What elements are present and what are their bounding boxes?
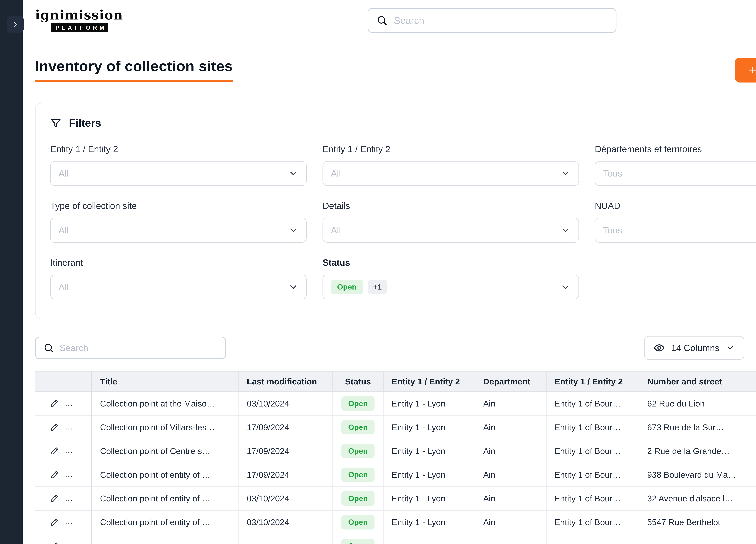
delete-row-button[interactable] [70, 396, 86, 411]
cell-entity-1: Entity 1 - Lyon [383, 392, 475, 415]
edit-row-button[interactable] [46, 443, 62, 459]
edit-row-button[interactable] [46, 514, 62, 530]
cell-last-modification: 03/10/2024 [239, 392, 332, 415]
edit-row-button[interactable] [46, 396, 62, 411]
filter-label: Entity 1 / Entity 2 [50, 144, 307, 154]
filter-label: Itinerant [50, 257, 307, 268]
cell-entity-2: Entity 1 of Bour… [546, 392, 639, 415]
cell-entity-1 [383, 534, 475, 544]
status-chip-more: +1 [368, 280, 387, 294]
trash-icon [74, 470, 83, 479]
chevron-down-icon [288, 168, 298, 179]
collection-sites-table-wrap: Title Last modification Status Entity 1 … [35, 371, 756, 544]
status-badge: Open [341, 396, 375, 411]
status-chip-open: Open [331, 280, 363, 294]
filter-field-details: Details All [323, 201, 579, 243]
filter-select-status[interactable]: Open +1 [323, 274, 579, 299]
cell-status: Open [332, 439, 383, 463]
cell-entity-2: Entity 1 of Bour… [546, 487, 639, 510]
column-header-title: Title [92, 371, 239, 392]
filter-value: All [59, 225, 283, 236]
page-title: Inventory of collection sites [35, 58, 233, 83]
add-collection-site-button[interactable]: Add a collection site [735, 58, 756, 83]
table-search-input[interactable] [60, 343, 218, 353]
cell-status: Open [332, 510, 383, 534]
logo-platform-badge: PLATFORM [51, 23, 109, 32]
filter-field-entity-2: Entity 1 / Entity 2 All [323, 144, 579, 186]
edit-row-button[interactable] [46, 490, 62, 506]
delete-row-button[interactable] [70, 467, 86, 483]
filter-label: NUAD [595, 201, 756, 211]
cell-status: Open [332, 415, 383, 439]
chevron-down-icon [560, 168, 570, 179]
filter-select-entity-2[interactable]: All [323, 161, 579, 186]
delete-row-button[interactable] [70, 443, 86, 459]
chevron-down-icon [560, 225, 570, 235]
filter-select-details[interactable]: All [323, 218, 579, 243]
delete-row-button[interactable] [70, 514, 86, 530]
collapsed-sidebar [0, 0, 23, 544]
chevron-down-icon [288, 282, 298, 292]
column-header-street: Number and street [639, 371, 756, 392]
delete-row-button[interactable] [70, 490, 86, 506]
filter-select-site-type[interactable]: All [50, 218, 307, 243]
cell-entity-1: Entity 1 - Lyon [383, 439, 475, 463]
cell-street: 673 Rue de la Sur… [639, 415, 756, 439]
logo-wordmark: ignimission [35, 8, 123, 21]
filters-heading: Filters [69, 117, 101, 129]
table-search[interactable] [35, 337, 226, 359]
filter-field-entity-1: Entity 1 / Entity 2 All [50, 144, 307, 186]
cell-last-modification: 17/09/2024 [239, 415, 332, 439]
filter-select-itinerant[interactable]: All [50, 274, 307, 299]
cell-status: Open [332, 534, 383, 544]
cell-title [92, 534, 239, 544]
table-row: Collection point at the Maiso… 03/10/202… [35, 392, 756, 415]
status-badge: Open [341, 467, 375, 482]
cell-street: 32 Avenue d'alsace l… [639, 487, 756, 510]
delete-row-button[interactable] [70, 419, 86, 435]
cell-entity-1: Entity 1 - Lyon [383, 510, 475, 534]
edit-row-button[interactable] [46, 538, 62, 544]
filter-label: Entity 1 / Entity 2 [323, 144, 579, 154]
filter-field-nuad: NUAD Tous [595, 201, 756, 243]
column-header-department: Department [475, 371, 546, 392]
table-row: Collection point of Centre s… 17/09/2024… [35, 439, 756, 463]
table-toolbar: 14 Columns [35, 336, 756, 360]
column-header-entity-1: Entity 1 / Entity 2 [383, 371, 475, 392]
status-badge: Open [341, 515, 375, 529]
trash-icon [74, 542, 83, 544]
trash-icon [74, 494, 83, 503]
columns-visibility-button[interactable]: 14 Columns [644, 336, 744, 360]
table-row: Collection point of entity of … 03/10/20… [35, 487, 756, 510]
cell-entity-1: Entity 1 - Lyon [383, 487, 475, 510]
table-header-row: Title Last modification Status Entity 1 … [35, 371, 756, 392]
cell-street: 5547 Rue Berthelot [639, 510, 756, 534]
column-header-entity-2: Entity 1 / Entity 2 [546, 371, 639, 392]
filter-select-nuad[interactable]: Tous [595, 218, 756, 243]
app-logo[interactable]: ignimission PLATFORM [35, 8, 123, 32]
status-badge: Open [341, 420, 375, 435]
filter-select-departements[interactable]: Tous [595, 161, 756, 186]
chevron-down-icon [726, 343, 735, 352]
delete-row-button[interactable] [70, 538, 86, 544]
filter-value: Tous [603, 168, 756, 179]
edit-row-button[interactable] [46, 419, 62, 435]
global-search-input[interactable] [394, 15, 608, 26]
cell-department: Ain [475, 392, 546, 415]
cell-entity-2: Entity 1 of Bour… [546, 510, 639, 534]
cell-last-modification: 03/10/2024 [239, 487, 332, 510]
filter-select-entity-1[interactable]: All [50, 161, 307, 186]
plus-icon [747, 65, 756, 75]
edit-row-button[interactable] [46, 467, 62, 483]
cell-department [475, 534, 546, 544]
filter-value: All [331, 168, 556, 179]
cell-title: Collection point of entity of … [92, 463, 239, 487]
cell-title: Collection point of entity of … [92, 510, 239, 534]
global-search[interactable] [368, 8, 616, 33]
status-badge: Open [341, 539, 375, 544]
column-header-actions [35, 371, 92, 392]
cell-status: Open [332, 487, 383, 510]
cell-street: 2 Rue de la Grande… [639, 439, 756, 463]
sidebar-expand-button[interactable] [7, 16, 24, 33]
cell-entity-1: Entity 1 - Lyon [383, 463, 475, 487]
